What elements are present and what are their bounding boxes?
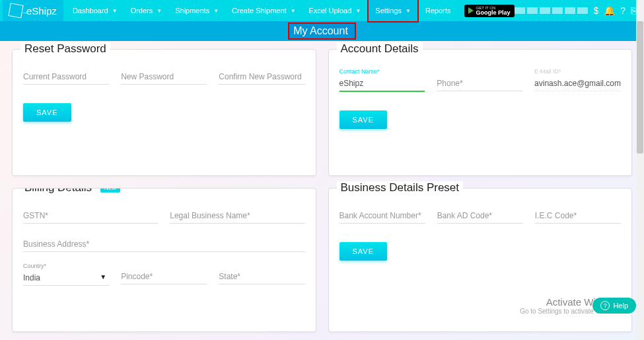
- card-billing-details: Billing Details New Country* India ▼: [12, 188, 316, 333]
- nav-shipments[interactable]: Shipments▼: [168, 0, 225, 21]
- nav-reports[interactable]: Reports: [419, 0, 458, 21]
- field-current-password: [23, 65, 109, 85]
- contact-name-input[interactable]: [340, 75, 425, 92]
- card-reset-password: Reset Password SAVE: [12, 49, 316, 176]
- nav-orders[interactable]: Orders▼: [124, 0, 169, 21]
- save-button[interactable]: SAVE: [340, 242, 388, 261]
- field-pincode: [121, 260, 207, 286]
- nav-excel-upload[interactable]: Excel Upload▼: [303, 0, 368, 21]
- phone-input[interactable]: [437, 75, 522, 91]
- field-state: [219, 260, 304, 286]
- nav-create-shipment[interactable]: Create Shipment▼: [225, 0, 302, 21]
- help-icon[interactable]: ?: [620, 5, 626, 16]
- current-password-input[interactable]: [23, 68, 109, 85]
- save-button[interactable]: SAVE: [340, 110, 388, 129]
- field-email: E-Mail ID* avinash.ace@gmail.com: [534, 65, 621, 92]
- bell-icon[interactable]: 🔔: [604, 5, 615, 16]
- question-icon: ?: [600, 301, 610, 310]
- page-title-highlight: My Account: [288, 22, 356, 40]
- page-title: My Account: [293, 25, 348, 36]
- page-subheader: My Account: [0, 21, 644, 41]
- email-label: E-Mail ID*: [534, 68, 621, 75]
- pincode-input[interactable]: [121, 268, 207, 284]
- card-title: Billing Details New: [20, 188, 124, 194]
- brand-text: eShipz: [26, 5, 57, 17]
- field-confirm-password: [219, 65, 304, 85]
- nav-settings[interactable]: Settings▼: [369, 0, 417, 21]
- box-icon: →: [8, 3, 23, 18]
- field-legal-name: [170, 204, 304, 224]
- courier-logos: [515, 7, 588, 14]
- nav-right: $ 🔔 ? ⎘: [515, 5, 641, 16]
- field-bank-ad-code: [437, 204, 523, 224]
- nav-dashboard[interactable]: Dashboard▼: [66, 0, 124, 21]
- content-area: Reset Password SAVE Account Details Cont…: [0, 41, 644, 340]
- chevron-down-icon: ▼: [355, 8, 361, 14]
- scrollbar[interactable]: [636, 0, 644, 340]
- google-play-badge[interactable]: GET IT ON Google Play: [464, 5, 515, 17]
- top-nav: → eShipz Dashboard▼ Orders▼ Shipments▼ C…: [0, 0, 644, 21]
- contact-name-label: Contact Name*: [340, 68, 425, 75]
- help-fab[interactable]: ? Help: [592, 298, 636, 314]
- new-badge: New: [100, 188, 120, 193]
- field-iec-code: [535, 204, 621, 224]
- field-bank-account: [340, 204, 425, 224]
- legal-name-input[interactable]: [170, 207, 304, 224]
- field-gstn: [23, 204, 158, 224]
- bank-ad-input[interactable]: [437, 207, 523, 224]
- currency-icon[interactable]: $: [593, 5, 598, 16]
- brand-logo[interactable]: → eShipz: [3, 0, 63, 21]
- new-password-input[interactable]: [121, 68, 207, 85]
- field-business-address: [23, 233, 305, 252]
- nav-settings-highlight: Settings▼: [367, 0, 419, 22]
- field-contact-name: Contact Name*: [340, 65, 425, 92]
- confirm-password-input[interactable]: [219, 68, 304, 85]
- bank-account-input[interactable]: [340, 207, 425, 224]
- scroll-thumb[interactable]: [637, 21, 643, 153]
- chevron-down-icon: ▼: [406, 8, 411, 14]
- chevron-down-icon: ▼: [291, 8, 296, 14]
- logout-icon[interactable]: ⎘: [631, 5, 636, 16]
- chevron-down-icon: ▼: [112, 8, 118, 14]
- card-title: Account Details: [337, 42, 423, 56]
- card-account-details: Account Details Contact Name* E-Mail ID*…: [328, 49, 633, 176]
- field-phone: [437, 65, 522, 92]
- country-select[interactable]: India: [23, 269, 109, 286]
- business-address-input[interactable]: [23, 235, 305, 252]
- chevron-down-icon: ▼: [213, 8, 219, 14]
- play-icon: [468, 7, 474, 14]
- save-button[interactable]: SAVE: [23, 103, 71, 122]
- field-new-password: [121, 65, 207, 85]
- chevron-down-icon: ▼: [157, 8, 162, 14]
- field-country: Country* India ▼: [23, 260, 109, 286]
- gstn-input[interactable]: [23, 207, 158, 224]
- state-input[interactable]: [219, 268, 304, 284]
- country-label: Country*: [23, 263, 109, 269]
- email-value: avinash.ace@gmail.com: [534, 75, 621, 91]
- iec-input[interactable]: [535, 207, 621, 224]
- card-title: Business Details Preset: [337, 181, 464, 194]
- card-title: Reset Password: [20, 42, 110, 56]
